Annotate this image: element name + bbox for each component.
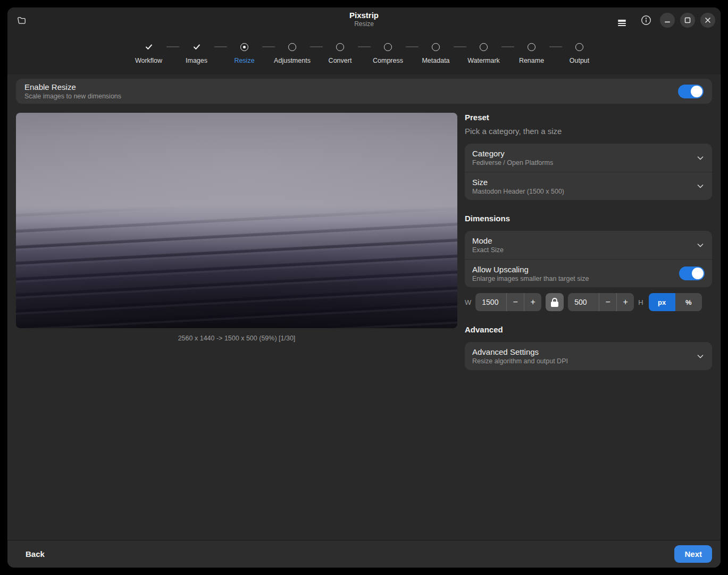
chevron-down-icon [696,241,705,249]
image-preview [16,113,457,328]
category-row[interactable]: Category Fediverse / Open Platforms [465,144,712,172]
circle-icon [480,43,488,51]
step-images[interactable]: Images [181,42,212,52]
main-menu-button[interactable] [613,12,630,29]
allow-upscaling-subtitle: Enlarge images smaller than target size [472,275,589,282]
height-decrement-button[interactable]: − [599,293,616,311]
step-workflow[interactable]: Workflow [133,42,164,52]
category-label: Category [472,149,553,158]
chevron-down-icon [696,352,705,361]
size-row[interactable]: Size Mastodon Header (1500 x 500) [465,172,712,200]
advanced-settings-subtitle: Resize algorithm and output DPI [472,357,568,365]
category-value: Fediverse / Open Platforms [472,159,553,166]
dimensions-section: Dimensions Mode Exact Size Allow Upscali… [465,214,712,311]
close-icon [705,17,711,23]
advanced-settings-row[interactable]: Advanced Settings Resize algorithm and o… [465,342,712,370]
circle-icon [336,43,344,51]
step-adjustments[interactable]: Adjustments [277,42,308,52]
step-compress[interactable]: Compress [373,42,404,52]
circle-icon [288,43,296,51]
advanced-card: Advanced Settings Resize algorithm and o… [465,342,712,370]
lock-icon [552,298,557,302]
step-connector [501,46,514,47]
back-button[interactable]: Back [16,544,54,564]
step-watermark[interactable]: Watermark [468,42,499,52]
circle-icon [575,43,583,51]
advanced-section: Advanced Advanced Settings Resize algori… [465,325,712,370]
size-label: Size [472,178,564,187]
headerbar: Pixstrip Resize [7,7,721,33]
check-icon [193,43,201,51]
width-axis-label: W [465,298,471,306]
width-increment-button[interactable]: + [524,293,541,311]
close-button[interactable] [700,13,715,28]
enable-resize-title: Enable Resize [24,82,121,91]
enable-resize-row: Enable Resize Scale images to new dimens… [16,79,712,104]
step-connector [358,46,371,47]
step-convert[interactable]: Convert [325,42,356,52]
dimension-inputs: W − + − + H [465,293,712,311]
main-content: 2560 x 1440 -> 1500 x 500 (59%) [1/30] P… [7,104,721,540]
preset-description: Pick a category, then a size [465,127,712,136]
maximize-icon [684,17,691,23]
preset-card: Category Fediverse / Open Platforms Size… [465,144,712,200]
dimensions-heading: Dimensions [465,214,712,223]
step-rename[interactable]: Rename [516,42,547,52]
step-connector [214,46,227,47]
preset-heading: Preset [465,113,712,122]
enable-resize-subtitle: Scale images to new dimensions [24,93,121,100]
height-axis-label: H [638,298,643,306]
workflow-stepper: Workflow Images Resize Adjustments Conve… [7,33,721,74]
aspect-lock-button[interactable] [546,293,564,311]
height-spinner: − + [568,293,634,311]
header-controls [613,12,715,29]
enable-resize-toggle[interactable] [678,85,704,98]
unit-px-button[interactable]: px [649,293,675,311]
mode-row[interactable]: Mode Exact Size [465,231,712,259]
minimize-button[interactable] [660,13,675,28]
settings-panel: Preset Pick a category, then a size Cate… [465,113,712,540]
step-connector [310,46,323,47]
allow-upscaling-row: Allow Upscaling Enlarge images smaller t… [465,259,712,287]
allow-upscaling-label: Allow Upscaling [472,265,589,274]
check-icon [145,43,153,51]
info-icon [640,14,652,26]
size-value: Mastodon Header (1500 x 500) [472,188,564,195]
circle-icon [432,43,440,51]
step-output[interactable]: Output [564,42,595,52]
circle-icon [384,43,392,51]
dimensions-card: Mode Exact Size Allow Upscaling Enlarge … [465,231,712,287]
unit-percent-button[interactable]: % [675,293,702,311]
open-folder-button[interactable] [13,12,30,29]
width-decrement-button[interactable]: − [506,293,524,311]
app-window: Pixstrip Resize [7,7,721,568]
step-connector [166,46,179,47]
radio-selected-icon [240,43,248,51]
step-connector [454,46,466,47]
height-input[interactable] [568,293,599,311]
about-button[interactable] [638,12,655,29]
folder-icon [16,15,27,26]
circle-icon [528,43,535,51]
step-connector [406,46,419,47]
header-area: Pixstrip Resize [7,7,721,74]
mode-label: Mode [472,236,504,245]
step-metadata[interactable]: Metadata [421,42,451,52]
allow-upscaling-toggle[interactable] [679,266,705,280]
toggle-knob [691,86,702,97]
chevron-down-icon [696,182,705,190]
minimize-icon [664,17,671,23]
maximize-button[interactable] [680,13,695,28]
preview-column: 2560 x 1440 -> 1500 x 500 (59%) [1/30] [16,113,457,540]
height-increment-button[interactable]: + [616,293,634,311]
toggle-knob [692,268,704,279]
step-connector [549,46,562,47]
step-resize[interactable]: Resize [229,42,260,52]
next-button[interactable]: Next [674,545,712,563]
preview-caption: 2560 x 1440 -> 1500 x 500 (59%) [1/30] [16,335,457,342]
step-connector [262,46,275,47]
advanced-heading: Advanced [465,325,712,334]
width-input[interactable] [475,293,506,311]
chevron-down-icon [696,154,705,162]
width-spinner: − + [475,293,541,311]
